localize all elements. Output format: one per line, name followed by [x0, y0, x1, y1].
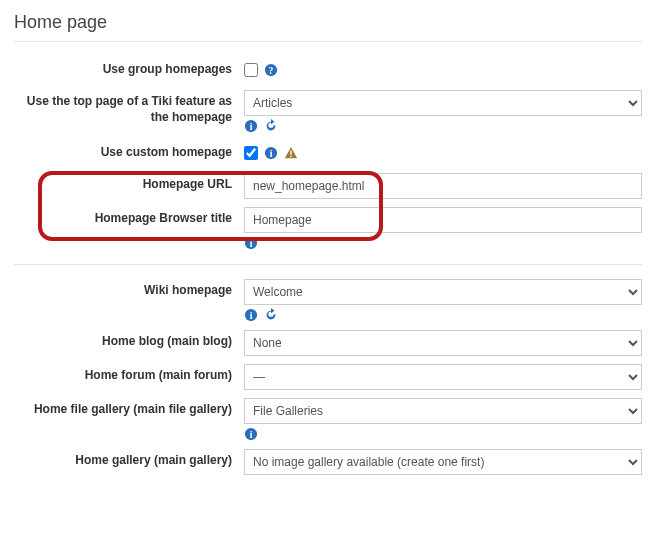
row-use-custom-homepage: Use custom homepage i — [14, 141, 642, 165]
row-homepage-browser-title: Homepage Browser title i — [14, 207, 642, 250]
warning-icon[interactable] — [284, 146, 298, 160]
label-use-custom-homepage: Use custom homepage — [14, 141, 244, 161]
select-home-blog[interactable]: None — [244, 330, 642, 356]
page-title: Home page — [14, 8, 642, 42]
row-use-group-homepages: Use group homepages ? — [14, 58, 642, 82]
svg-text:i: i — [250, 310, 253, 321]
row-homepage-url: Homepage URL — [14, 173, 642, 199]
row-home-file-gallery: Home file gallery (main file gallery) Fi… — [14, 398, 642, 441]
info-icon[interactable]: i — [244, 236, 258, 250]
input-homepage-browser-title[interactable] — [244, 207, 642, 233]
divider — [14, 264, 642, 265]
label-home-blog: Home blog (main blog) — [14, 330, 244, 350]
select-home-gallery[interactable]: No image gallery available (create one f… — [244, 449, 642, 475]
label-tiki-feature-top: Use the top page of a Tiki feature as th… — [14, 90, 244, 125]
svg-text:i: i — [270, 148, 273, 159]
row-home-gallery: Home gallery (main gallery) No image gal… — [14, 449, 642, 475]
label-home-file-gallery: Home file gallery (main file gallery) — [14, 398, 244, 418]
svg-text:i: i — [250, 121, 253, 132]
select-home-forum[interactable]: — — [244, 364, 642, 390]
checkbox-use-custom-homepage[interactable] — [244, 146, 258, 160]
label-home-gallery: Home gallery (main gallery) — [14, 449, 244, 469]
row-home-forum: Home forum (main forum) — — [14, 364, 642, 390]
select-tiki-feature-top[interactable]: Articles — [244, 90, 642, 116]
help-icon[interactable]: ? — [264, 63, 278, 77]
info-icon[interactable]: i — [244, 427, 258, 441]
select-home-file-gallery[interactable]: File Galleries — [244, 398, 642, 424]
svg-rect-6 — [290, 150, 291, 154]
row-wiki-homepage: Wiki homepage Welcome i — [14, 279, 642, 322]
reset-icon[interactable] — [264, 119, 278, 133]
row-tiki-feature-top: Use the top page of a Tiki feature as th… — [14, 90, 642, 133]
reset-icon[interactable] — [264, 308, 278, 322]
svg-text:i: i — [250, 238, 253, 249]
info-icon[interactable]: i — [264, 146, 278, 160]
info-icon[interactable]: i — [244, 308, 258, 322]
svg-text:i: i — [250, 429, 253, 440]
select-wiki-homepage[interactable]: Welcome — [244, 279, 642, 305]
form-area: Use group homepages ? Use the top page o… — [14, 58, 642, 475]
label-use-group-homepages: Use group homepages — [14, 58, 244, 78]
label-homepage-browser-title: Homepage Browser title — [14, 207, 244, 227]
label-home-forum: Home forum (main forum) — [14, 364, 244, 384]
svg-text:?: ? — [269, 65, 274, 76]
label-wiki-homepage: Wiki homepage — [14, 279, 244, 299]
svg-rect-7 — [290, 156, 291, 157]
label-homepage-url: Homepage URL — [14, 173, 244, 193]
info-icon[interactable]: i — [244, 119, 258, 133]
row-home-blog: Home blog (main blog) None — [14, 330, 642, 356]
input-homepage-url[interactable] — [244, 173, 642, 199]
checkbox-use-group-homepages[interactable] — [244, 63, 258, 77]
